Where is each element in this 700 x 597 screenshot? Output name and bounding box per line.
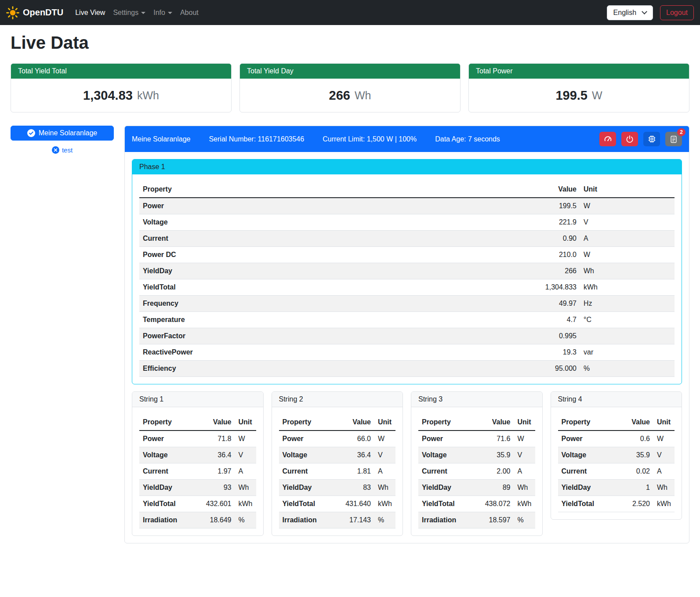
inverter-select-label: Meine Solaranlage [39,129,97,137]
table-row: YieldDay83Wh [279,480,396,496]
nav-live-view[interactable]: Live View [71,5,109,20]
unit-cell: V [235,447,256,463]
property-cell: YieldTotal [558,496,620,512]
col-value: Value [340,414,374,431]
property-cell: Current [139,463,201,480]
unit-cell: V [580,214,675,231]
sidebar-item-test[interactable]: test [11,146,114,154]
col-unit: Unit [653,414,675,431]
property-cell: YieldTotal [139,496,201,512]
unit-cell: kWh [514,496,535,512]
string-title: String 4 [551,392,682,407]
language-select-value: English [613,9,636,17]
limit-settings-button[interactable] [599,132,616,146]
unit-cell: var [580,344,675,361]
phase-table: Property Value Unit Power199.5W Voltage2… [139,181,675,377]
table-row: Power DC210.0W [139,247,675,263]
phase-title: Phase 1 [132,159,682,174]
value-cell: 210.0 [525,247,580,263]
power-toggle-button[interactable] [621,132,638,146]
property-cell: Current [418,463,480,480]
property-cell: Irradiation [418,512,480,528]
check-circle-icon [27,129,35,137]
col-unit: Unit [235,414,256,431]
speedometer-icon [603,134,613,144]
nav-settings[interactable]: Settings [109,5,149,20]
property-cell: YieldDay [558,480,620,496]
value-cell: 0.6 [619,431,653,447]
property-cell: Power DC [139,247,525,263]
nav-info[interactable]: Info [149,5,176,20]
value-cell: 221.9 [525,214,580,231]
value-cell: 1.97 [201,463,235,480]
value-cell: 17.143 [340,512,374,528]
value-cell: 1.81 [340,463,374,480]
table-header-row: Property Value Unit [279,414,396,431]
col-property: Property [418,414,480,431]
card-title: Total Power [469,64,689,79]
table-row: PowerFactor0.995 [139,328,675,344]
strings-row: String 1 Property Value Unit [132,391,682,536]
unit-cell: A [235,463,256,480]
property-cell: YieldDay [139,480,201,496]
value-cell: 49.97 [525,296,580,312]
unit-cell: W [580,198,675,214]
power-icon [625,135,634,144]
value-cell: 36.4 [340,447,374,463]
string-title: String 1 [132,392,263,407]
table-row: YieldTotal432.601kWh [139,496,256,512]
value-cell: 89 [480,480,514,496]
value-cell: 83 [340,480,374,496]
value-cell: 93 [201,480,235,496]
unit-cell: kWh [580,279,675,296]
card-unit: kWh [137,89,159,102]
device-settings-button[interactable] [643,132,660,146]
value-cell: 4.7 [525,312,580,328]
logout-button[interactable]: Logout [660,5,694,20]
brand-link[interactable]: OpenDTU [6,6,63,19]
table-row: YieldDay266Wh [139,263,675,279]
property-cell: ReactivePower [139,344,525,361]
inverter-data-age: Data Age: 7 seconds [435,135,500,143]
unit-cell: W [514,431,535,447]
value-cell: 18.649 [201,512,235,528]
nav-about[interactable]: About [176,5,203,20]
inverter-actions: 2 [599,132,682,146]
language-select[interactable]: English [607,5,653,20]
table-header-row: Property Value Unit [558,414,675,431]
property-cell: YieldTotal [139,279,525,296]
value-cell: 438.072 [480,496,514,512]
property-cell: Voltage [139,447,201,463]
col-property: Property [139,181,525,198]
unit-cell [580,328,675,344]
col-value: Value [525,181,580,198]
table-row: Voltage36.4V [139,447,256,463]
col-unit: Unit [514,414,535,431]
table-row: Voltage35.9V [418,447,535,463]
unit-cell: °C [580,312,675,328]
event-log-button[interactable]: 2 [665,132,682,146]
table-row: YieldDay1Wh [558,480,675,496]
inverter-select-button[interactable]: Meine Solaranlage [11,126,114,141]
string-2-card: String 2 Property Value Unit [272,391,403,536]
chevron-down-icon [168,12,172,14]
string-1-card: String 1 Property Value Unit [132,391,264,536]
inverter-serial: Serial Number: 116171603546 [209,135,304,143]
inverter-name: Meine Solaranlage [132,135,190,143]
table-row: Voltage221.9V [139,214,675,231]
total-power-card: Total Power 199.5 W [468,63,689,112]
table-row: YieldTotal1,304.833kWh [139,279,675,296]
unit-cell: Hz [580,296,675,312]
table-row: Current0.02A [558,463,675,480]
table-row: Voltage36.4V [279,447,396,463]
property-cell: PowerFactor [139,328,525,344]
unit-cell: A [653,463,675,480]
col-unit: Unit [580,181,675,198]
card-value-row: 199.5 W [469,79,689,112]
sidebar-item-test-label: test [62,146,73,154]
value-cell: 66.0 [340,431,374,447]
table-row: Voltage35.9V [558,447,675,463]
table-row: Efficiency95.000% [139,361,675,377]
card-title: Total Yield Total [11,64,231,79]
table-row: Frequency49.97Hz [139,296,675,312]
